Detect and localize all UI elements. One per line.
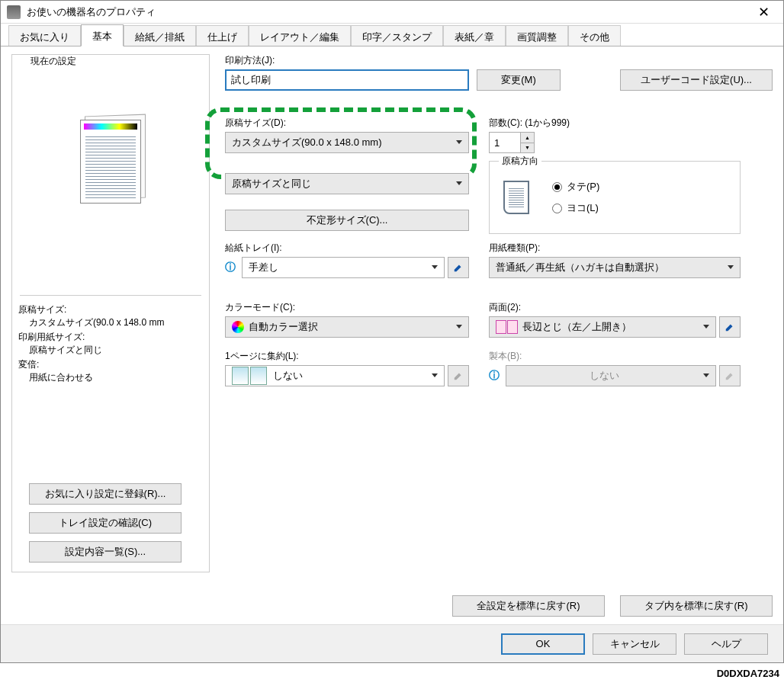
radio-icon xyxy=(552,204,562,213)
doc-size-select[interactable]: カスタムサイズ(90.0 x 148.0 mm) xyxy=(225,132,469,153)
nup-edit-button[interactable] xyxy=(448,365,469,386)
chevron-down-icon xyxy=(456,181,462,185)
nup-label: 1ページに集約(L): xyxy=(225,350,469,363)
booklet-select: しない xyxy=(506,365,716,386)
ok-button[interactable]: OK xyxy=(501,633,585,655)
cancel-button[interactable]: キャンセル xyxy=(593,633,676,655)
duplex-right-icon xyxy=(507,320,518,334)
print-paper-size-select[interactable]: 原稿サイズと同じ xyxy=(225,173,469,194)
tray-label: 給紙トレイ(I): xyxy=(225,242,469,255)
tab-cover[interactable]: 表紙／章 xyxy=(443,25,506,46)
settings-summary: 原稿サイズ: カスタムサイズ(90.0 x 148.0 mm 印刷用紙サイズ: … xyxy=(18,303,203,384)
tab-finishing[interactable]: 仕上げ xyxy=(196,25,249,46)
tab-stamp[interactable]: 印字／スタンプ xyxy=(351,25,443,46)
dialog-buttons: OK キャンセル ヘルプ xyxy=(1,624,783,662)
properties-dialog: お使いの機器名のプロパティ ✕ お気に入り 基本 給紙／排紙 仕上げ レイアウト… xyxy=(0,0,784,663)
summary-docsize-label: 原稿サイズ: xyxy=(18,303,203,316)
titlebar: お使いの機器名のプロパティ ✕ xyxy=(1,1,783,24)
window-title: お使いの機器名のプロパティ xyxy=(27,5,750,19)
tray-edit-button[interactable] xyxy=(448,257,469,278)
custom-size-button[interactable]: 不定形サイズ(C)... xyxy=(225,210,469,231)
left-buttons: お気に入り設定に登録(R)... トレイ設定の確認(C) 設定内容一覧(S)..… xyxy=(29,483,182,563)
orientation-label: 原稿方向 xyxy=(499,155,541,168)
chevron-down-icon xyxy=(432,265,438,269)
register-favorite-button[interactable]: お気に入り設定に登録(R)... xyxy=(29,483,182,505)
orientation-portrait-radio[interactable]: タテ(P) xyxy=(552,180,599,194)
summary-printsize-value: 原稿サイズと同じ xyxy=(29,344,203,357)
copies-label: 部数(C): (1から999) xyxy=(489,117,570,130)
current-settings-label: 現在の設定 xyxy=(26,56,81,66)
duplex-label: 両面(2): xyxy=(489,301,741,314)
info-icon: ⓘ xyxy=(225,261,236,274)
summary-scale-value: 用紙に合わせる xyxy=(29,371,203,384)
chevron-down-icon xyxy=(728,265,734,269)
portrait-page-icon xyxy=(503,181,529,214)
summary-printsize-label: 印刷用紙サイズ: xyxy=(18,331,203,344)
usercode-button[interactable]: ユーザーコード設定(U)... xyxy=(620,69,773,91)
tab-layout[interactable]: レイアウト／編集 xyxy=(249,25,351,46)
content: 現在の設定 原稿サイズ: カスタムサイズ(90.0 x 148.0 mm 印刷用… xyxy=(1,46,783,624)
tray-select[interactable]: 手差し xyxy=(242,257,445,278)
paper-front-icon xyxy=(80,120,141,204)
doc-size-label: 原稿サイズ(D): xyxy=(225,117,469,130)
info-icon: ⓘ xyxy=(489,369,500,383)
chevron-down-icon xyxy=(432,373,438,377)
spin-up-icon[interactable]: ▲ xyxy=(521,133,534,143)
duplex-select[interactable]: 長辺とじ（左／上開き） xyxy=(489,316,716,338)
tab-basic[interactable]: 基本 xyxy=(81,24,124,46)
chevron-down-icon xyxy=(456,140,462,144)
booklet-edit-button xyxy=(719,365,741,386)
tabstrip: お気に入り 基本 給紙／排紙 仕上げ レイアウト／編集 印字／スタンプ 表紙／章… xyxy=(1,24,783,46)
nup-icons xyxy=(232,367,268,385)
tab-quality[interactable]: 画質調整 xyxy=(506,25,568,46)
left-panel: 現在の設定 原稿サイズ: カスタムサイズ(90.0 x 148.0 mm 印刷用… xyxy=(11,54,210,620)
tray-check-button[interactable]: トレイ設定の確認(C) xyxy=(29,512,182,534)
settings-list-button[interactable]: 設定内容一覧(S)... xyxy=(29,541,182,563)
paper-type-label: 用紙種類(P): xyxy=(489,242,741,255)
paper-type-select[interactable]: 普通紙／再生紙（ハガキは自動選択） xyxy=(489,257,741,278)
print-method-label: 印刷方法(J): xyxy=(225,54,469,67)
reset-all-button[interactable]: 全設定を標準に戻す(R) xyxy=(452,595,605,617)
summary-scale-label: 変倍: xyxy=(18,358,203,371)
booklet-label: 製本(B): xyxy=(489,350,741,363)
chevron-down-icon xyxy=(456,325,462,329)
chevron-down-icon xyxy=(703,373,709,377)
help-button[interactable]: ヘルプ xyxy=(684,633,768,655)
color-mode-select[interactable]: 自動カラー選択 xyxy=(225,316,469,338)
duplex-edit-button[interactable] xyxy=(719,316,741,338)
color-mode-label: カラーモード(C): xyxy=(225,301,469,314)
preview-image xyxy=(80,120,141,204)
tab-other[interactable]: その他 xyxy=(568,25,621,46)
change-button[interactable]: 変更(M) xyxy=(477,69,561,91)
color-wheel-icon xyxy=(232,321,244,333)
right-panel: 印刷方法(J): 変更(M) ユーザーコード設定(U)... 原稿サイズ(D):… xyxy=(210,54,773,620)
summary-docsize-value: カスタムサイズ(90.0 x 148.0 mm xyxy=(29,316,203,329)
divider xyxy=(20,295,201,296)
copies-spinner[interactable]: ▲▼ xyxy=(489,132,535,153)
duplex-left-icon xyxy=(496,320,506,334)
current-settings-group: 現在の設定 原稿サイズ: カスタムサイズ(90.0 x 148.0 mm 印刷用… xyxy=(11,54,210,572)
radio-icon xyxy=(552,182,562,192)
reset-tab-button[interactable]: タブ内を標準に戻す(R) xyxy=(620,595,773,617)
printer-icon xyxy=(7,5,21,19)
tab-paper[interactable]: 給紙／排紙 xyxy=(124,25,196,46)
spin-down-icon[interactable]: ▼ xyxy=(521,143,534,153)
print-method-input[interactable] xyxy=(225,69,469,91)
nup-select[interactable]: しない xyxy=(225,365,445,386)
chevron-down-icon xyxy=(703,325,709,329)
orientation-landscape-radio[interactable]: ヨコ(L) xyxy=(552,201,599,215)
close-button[interactable]: ✕ xyxy=(750,4,777,21)
tab-favorites[interactable]: お気に入り xyxy=(8,25,81,46)
